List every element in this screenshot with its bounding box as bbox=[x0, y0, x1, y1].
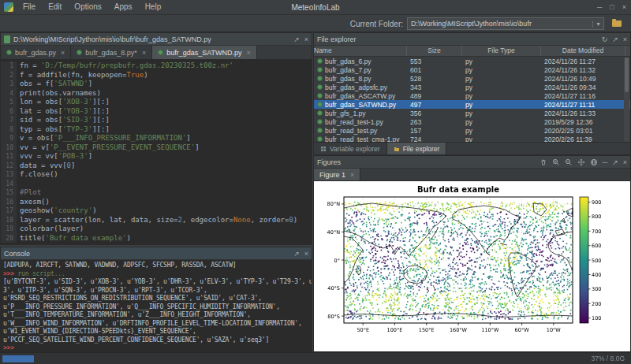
editor-tab[interactable]: bufr_gdas.py× bbox=[1, 46, 71, 59]
svg-text:60°W: 60°W bbox=[515, 327, 530, 333]
delete-figure-icon[interactable] bbox=[540, 158, 547, 166]
console-output[interactable]: [ADPUPA, AIRCFT, SATWND, VADWND, ADPSFC,… bbox=[1, 260, 312, 352]
line-number: 11 bbox=[1, 152, 17, 162]
python-file-icon bbox=[317, 136, 323, 142]
file-name-cell: bufr_read_test.py bbox=[314, 127, 407, 135]
code-line: 15#Plot bbox=[1, 188, 312, 198]
window-maximize-button[interactable]: □ bbox=[610, 0, 614, 14]
tab-file-explorer[interactable]: File explorer bbox=[387, 143, 447, 154]
refresh-icon[interactable]: ↻ bbox=[602, 34, 608, 45]
table-row[interactable]: bufr_gdas_8.py528py2024/11/26 10:49 bbox=[314, 74, 630, 83]
code-line: 12data = vvv[0] bbox=[1, 162, 312, 171]
column-header-name[interactable]: Name bbox=[314, 46, 407, 56]
file-type-cell: py bbox=[462, 66, 541, 74]
code-line: 4print(obs.varnames) bbox=[1, 89, 312, 98]
table-row[interactable]: bufr_gdas_ASCATW.py489py2024/11/27 11:16 bbox=[314, 91, 630, 100]
line-number: 15 bbox=[1, 188, 17, 198]
close-icon[interactable]: × bbox=[623, 157, 627, 168]
table-row[interactable]: bufr_gdas_adpsfc.py343py2024/11/26 09:34 bbox=[314, 83, 630, 91]
file-date-cell: 2024/11/26 11:32 bbox=[541, 66, 625, 74]
code-text: data = vvv[0] bbox=[17, 162, 75, 169]
editor-tab[interactable]: bufr_gdas_8.py*× bbox=[71, 46, 152, 59]
menu-options[interactable]: Options bbox=[68, 0, 107, 14]
browse-folder-button[interactable] bbox=[609, 17, 625, 31]
window-close-button[interactable]: × bbox=[622, 0, 626, 14]
svg-text:160°W: 160°W bbox=[450, 327, 468, 333]
svg-text:800: 800 bbox=[592, 214, 601, 220]
line-number: 5 bbox=[1, 98, 17, 107]
float-panel-icon[interactable]: ↗ bbox=[612, 157, 618, 168]
column-header-file-type[interactable]: File Type bbox=[462, 46, 541, 56]
zoom-out-icon[interactable] bbox=[565, 158, 573, 166]
table-row[interactable]: bufr_gdas_SATWND.py497py2024/11/27 11:11 bbox=[314, 100, 630, 109]
zoom-in-icon[interactable] bbox=[552, 158, 560, 166]
code-text: f = addfile(fn, keepopen=True) bbox=[17, 71, 148, 79]
console-header: Console ↗ × bbox=[1, 247, 312, 260]
python-file-icon bbox=[317, 84, 323, 90]
code-text: v = obs['P___INFO_PRESSURE_INFORMATION'] bbox=[17, 134, 191, 142]
file-explorer-panel: File explorer ↻ ↗ × NameSizeFile TypeDat… bbox=[313, 32, 631, 155]
console-line: u'T___INFO_TEMPERATURE_INFORMATION', u'Z… bbox=[3, 311, 309, 320]
file-size-cell: 263 bbox=[407, 118, 462, 126]
python-file-icon bbox=[317, 102, 323, 107]
file-name-cell: bufr_gdas_SATWND.py bbox=[314, 101, 407, 109]
full-extent-icon[interactable] bbox=[590, 158, 598, 166]
table-scrollbar[interactable] bbox=[624, 58, 629, 143]
window-minimize-button[interactable]: ─ bbox=[597, 0, 602, 14]
grid-icon bbox=[320, 146, 327, 152]
file-type-cell: py bbox=[462, 101, 541, 109]
column-header-date-modified[interactable]: Date Modified bbox=[541, 46, 625, 56]
table-row[interactable]: bufr_read_test-1.py263py2019/5/29 12:36 bbox=[314, 117, 630, 126]
svg-text:100°E: 100°E bbox=[387, 327, 403, 333]
pan-icon[interactable] bbox=[577, 158, 585, 166]
figure-tab-label: Figure 1 bbox=[319, 171, 345, 179]
menu-edit[interactable]: Edit bbox=[42, 0, 68, 14]
code-line: 20title('Bufr data example') bbox=[1, 234, 312, 243]
line-number: 7 bbox=[1, 116, 17, 125]
code-line: 6lat = obs['YOB-3'][:] bbox=[1, 107, 312, 117]
close-icon[interactable]: × bbox=[142, 49, 146, 57]
file-type-cell: py bbox=[462, 58, 541, 65]
float-panel-icon[interactable]: ↗ bbox=[612, 34, 618, 45]
file-date-cell: 2024/11/26 11:27 bbox=[541, 58, 625, 65]
table-row[interactable]: bufr_gfs_1.py356py2024/11/26 11:33 bbox=[314, 109, 630, 117]
float-panel-icon[interactable]: ↗ bbox=[293, 34, 300, 45]
code-area[interactable]: 1fn = 'D:/Temp/bufr/prepbufr.gdas.202303… bbox=[1, 60, 312, 244]
menu-help[interactable]: Help bbox=[139, 0, 168, 14]
close-icon[interactable]: × bbox=[350, 171, 354, 179]
status-bar: 37% / 8.0G bbox=[0, 352, 631, 364]
editor-tab[interactable]: bufr_gdas_SATWND.py× bbox=[152, 46, 257, 59]
menu-file[interactable]: File bbox=[17, 0, 42, 14]
minimize-panel-icon[interactable]: ─ bbox=[603, 157, 607, 168]
file-date-cell: 2024/11/26 11:33 bbox=[541, 110, 625, 117]
figure-tab[interactable]: Figure 1 × bbox=[314, 169, 360, 180]
table-row[interactable]: bufr_gdas_7.py601py2024/11/26 11:32 bbox=[314, 65, 630, 74]
code-text: obs = f['SATWND'] bbox=[17, 80, 92, 87]
chevron-down-icon[interactable]: ▾ bbox=[592, 20, 603, 28]
scrollbar-thumb[interactable] bbox=[625, 58, 629, 92]
float-panel-icon[interactable]: ↗ bbox=[293, 248, 300, 259]
close-icon[interactable]: × bbox=[304, 248, 308, 259]
line-number: 13 bbox=[1, 170, 17, 180]
close-icon[interactable]: × bbox=[247, 49, 251, 57]
close-icon[interactable]: × bbox=[623, 34, 627, 45]
close-icon[interactable]: × bbox=[304, 34, 308, 45]
close-icon[interactable]: × bbox=[61, 49, 65, 57]
figures-header: Figures ─ ↗ × bbox=[314, 156, 630, 169]
current-folder-combobox[interactable]: D:\Working\MIScript\Jython\mis\io\bufr ▾ bbox=[407, 17, 604, 30]
menu-apps[interactable]: Apps bbox=[108, 0, 139, 14]
line-number: 6 bbox=[1, 107, 17, 117]
file-name-cell: bufr_gdas_8.py bbox=[314, 75, 407, 83]
figure-canvas[interactable]: 50°E100°E150°E160°W110°W60°W10°W 80°N40°… bbox=[314, 181, 630, 351]
console-line: u'W___INFO_WIND_INFORMATION', u'DRFTINFO… bbox=[3, 320, 309, 329]
column-header-size[interactable]: Size bbox=[407, 46, 462, 56]
tab-variable-explorer[interactable]: Variable explorer bbox=[314, 143, 387, 154]
y-axis-labels: 80°N40°N0°40°S80°S bbox=[327, 201, 344, 319]
table-row[interactable]: bufr_read_test.py157py2020/2/25 03:01 bbox=[314, 126, 630, 135]
menu-items: FileEditOptionsAppsHelp bbox=[17, 0, 167, 14]
code-text: fn = 'D:/Temp/bufr/prepbufr.gdas.2023032… bbox=[17, 61, 233, 69]
script-file-icon bbox=[4, 35, 10, 43]
table-row[interactable]: bufr_gdas_6.py553py2024/11/26 11:27 bbox=[314, 57, 630, 65]
line-number: 14 bbox=[1, 180, 17, 189]
file-name-cell: bufr_gfs_1.py bbox=[314, 110, 407, 117]
